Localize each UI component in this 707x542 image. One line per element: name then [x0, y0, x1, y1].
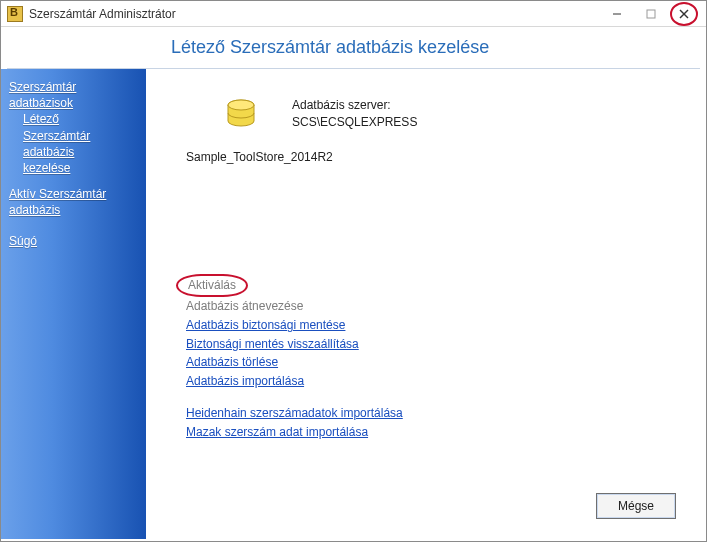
- sidebar: Szerszámtár adatbázisok Létező Szerszámt…: [1, 69, 146, 539]
- sidebar-text: kezelése: [23, 161, 70, 175]
- action-delete[interactable]: Adatbázis törlése: [186, 353, 686, 372]
- close-icon: [679, 9, 689, 19]
- action-rename: Adatbázis átnevezése: [186, 297, 686, 316]
- action-activate: Aktiválás: [186, 274, 686, 298]
- sidebar-link-databases[interactable]: Szerszámtár adatbázisok: [9, 79, 138, 111]
- sidebar-link-help[interactable]: Súgó: [9, 233, 138, 249]
- sidebar-link-active-db[interactable]: Aktív Szerszámtár adatbázis: [9, 186, 138, 218]
- sidebar-text: Szerszámtár: [23, 129, 90, 143]
- svg-point-5: [228, 100, 254, 110]
- action-heidenhain-import[interactable]: Heidenhain szerszámadatok importálása: [186, 404, 686, 423]
- sidebar-text: Létező: [23, 112, 59, 126]
- close-highlight-ring: [670, 2, 698, 26]
- sidebar-text: Aktív Szerszámtár: [9, 187, 106, 201]
- maximize-button[interactable]: [634, 3, 668, 25]
- window-title: Szerszámtár Adminisztrátor: [29, 7, 176, 21]
- action-label: Aktiválás: [188, 278, 236, 292]
- database-icon: [224, 99, 258, 131]
- actions-list: Aktiválás Adatbázis átnevezése Adatbázis…: [186, 274, 686, 442]
- action-import[interactable]: Adatbázis importálása: [186, 372, 686, 391]
- db-server-label: Adatbázis szerver:: [292, 97, 417, 114]
- sidebar-link-manage-existing[interactable]: Létező Szerszámtár adatbázis kezelése: [23, 111, 138, 176]
- window-buttons: [600, 3, 702, 25]
- db-info: Adatbázis szerver: SCS\ECSQLEXPRESS: [292, 97, 417, 132]
- action-restore[interactable]: Biztonsági mentés visszaállítása: [186, 335, 686, 354]
- action-backup[interactable]: Adatbázis biztonsági mentése: [186, 316, 686, 335]
- sidebar-gap: [146, 69, 176, 539]
- activate-highlight-ring: Aktiválás: [176, 274, 248, 298]
- sidebar-text: adatbázis: [9, 203, 60, 217]
- sidebar-text: Szerszámtár: [9, 80, 76, 94]
- minimize-button[interactable]: [600, 3, 634, 25]
- action-mazak-import[interactable]: Mazak szerszám adat importálása: [186, 423, 686, 442]
- svg-rect-1: [647, 10, 655, 18]
- sidebar-text: adatbázis: [23, 145, 74, 159]
- page-title: Létező Szerszámtár adatbázis kezelése: [1, 27, 706, 68]
- db-name: Sample_ToolStore_2014R2: [186, 150, 686, 164]
- cancel-button[interactable]: Mégse: [596, 493, 676, 519]
- title-bar: Szerszámtár Adminisztrátor: [1, 1, 706, 27]
- sidebar-text: adatbázisok: [9, 96, 73, 110]
- main-panel: Adatbázis szerver: SCS\ECSQLEXPRESS Samp…: [176, 69, 706, 539]
- close-button[interactable]: [668, 3, 702, 25]
- app-icon: [7, 6, 23, 22]
- db-server-value: SCS\ECSQLEXPRESS: [292, 114, 417, 131]
